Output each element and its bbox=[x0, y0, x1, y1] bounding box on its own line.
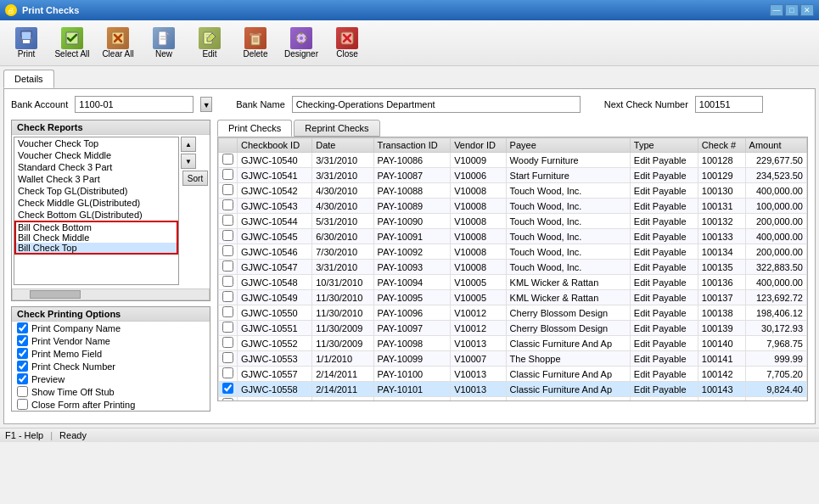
row-checkbox[interactable] bbox=[222, 245, 233, 256]
next-check-input[interactable] bbox=[695, 96, 763, 113]
row-amount: 123,692.72 bbox=[745, 290, 806, 305]
print-checks-tab[interactable]: Print Checks bbox=[217, 120, 292, 137]
close-button[interactable]: ✕ bbox=[800, 4, 814, 16]
bank-account-input[interactable] bbox=[75, 96, 194, 113]
table-row[interactable]: GJWC-105467/30/2010PAY-10092V10008Touch … bbox=[219, 244, 807, 260]
check-list-item[interactable]: Bill Check Middle bbox=[14, 232, 178, 243]
row-checkbox-cell[interactable] bbox=[219, 153, 238, 168]
scroll-down-button[interactable]: ▼ bbox=[181, 154, 196, 169]
row-checkbox[interactable] bbox=[222, 154, 233, 165]
row-checkbox-cell[interactable] bbox=[219, 199, 238, 214]
close-toolbar-button[interactable]: Close bbox=[326, 24, 368, 62]
select-all-button[interactable]: Select All bbox=[51, 24, 93, 62]
table-row[interactable]: GJWC-1055011/30/2010PAY-10096V10012Cherr… bbox=[219, 305, 807, 321]
row-checkbox[interactable] bbox=[222, 199, 233, 210]
print-button[interactable]: Print bbox=[5, 24, 48, 62]
minimize-button[interactable]: — bbox=[770, 4, 783, 16]
check-list-item[interactable]: Wallet Check 3 Part bbox=[14, 173, 178, 185]
table-row[interactable]: GJWC-1055111/30/2009PAY-10097V10012Cherr… bbox=[219, 321, 807, 336]
row-checkbox-cell[interactable] bbox=[219, 244, 238, 260]
table-row[interactable]: GJWC-1054810/31/2010PAY-10094V10005KML W… bbox=[219, 275, 807, 290]
option-checkbox[interactable] bbox=[17, 335, 28, 346]
row-checkbox[interactable] bbox=[222, 337, 233, 348]
scroll-up-button[interactable]: ▲ bbox=[181, 137, 196, 152]
table-row[interactable]: GJWC-105424/30/2010PAY-10088V10008Touch … bbox=[219, 183, 807, 199]
row-checkbox-cell[interactable] bbox=[219, 397, 238, 401]
table-row[interactable]: GJWC-1055211/30/2009PAY-10098V10013Class… bbox=[219, 336, 807, 351]
check-list-item[interactable]: Check Middle GL(Distributed) bbox=[14, 197, 178, 209]
option-checkbox[interactable] bbox=[17, 386, 28, 397]
row-checkbox-cell[interactable] bbox=[219, 321, 238, 336]
delete-button[interactable]: Delete bbox=[234, 24, 277, 62]
row-checkbox-cell[interactable] bbox=[219, 275, 238, 290]
new-button[interactable]: New bbox=[143, 24, 185, 62]
row-checkbox-cell[interactable] bbox=[219, 214, 238, 229]
scroll-sort-controls: ▲ ▼ Sort bbox=[181, 137, 208, 285]
table-row[interactable]: GJWC-1054911/30/2010PAY-10095V10005KML W… bbox=[219, 290, 807, 305]
option-checkbox[interactable] bbox=[17, 399, 28, 410]
check-list[interactable]: Voucher Check TopVoucher Check MiddleSta… bbox=[14, 137, 179, 285]
row-checkbox-cell[interactable] bbox=[219, 382, 238, 397]
row-checkbox[interactable] bbox=[222, 306, 233, 317]
reprint-checks-tab[interactable]: Reprint Checks bbox=[294, 120, 379, 137]
table-row[interactable]: GJWC-105473/31/2010PAY-10093V10008Touch … bbox=[219, 260, 807, 275]
row-checkbox[interactable] bbox=[222, 215, 233, 226]
option-checkbox[interactable] bbox=[17, 348, 28, 359]
option-checkbox[interactable] bbox=[17, 373, 28, 384]
check-list-item[interactable]: Bill Check Bottom bbox=[14, 221, 178, 232]
row-checkbox-cell[interactable] bbox=[219, 367, 238, 382]
table-row[interactable]: GJWC-105403/31/2010PAY-10086V10009Woody … bbox=[219, 153, 807, 168]
check-list-item[interactable]: Check Top GL(Distributed) bbox=[14, 185, 178, 197]
row-checkbox-cell[interactable] bbox=[219, 260, 238, 275]
table-row[interactable]: GJWC-105582/14/2011PAY-10101V10013Classi… bbox=[219, 382, 807, 397]
horizontal-scrollbar[interactable] bbox=[12, 288, 210, 300]
row-type: Edit Payable bbox=[630, 290, 698, 305]
row-checkbook-id: GJWC-10544 bbox=[238, 214, 312, 229]
sort-button[interactable]: Sort bbox=[182, 171, 208, 186]
check-list-item[interactable]: Voucher Check Top bbox=[14, 137, 178, 149]
help-text[interactable]: F1 - Help bbox=[5, 430, 43, 440]
option-checkbox[interactable] bbox=[17, 322, 28, 333]
row-checkbox[interactable] bbox=[222, 367, 233, 378]
row-type: Edit Payable bbox=[630, 168, 698, 183]
row-checkbox-cell[interactable] bbox=[219, 229, 238, 244]
details-tab[interactable]: Details bbox=[3, 70, 54, 88]
row-checkbox[interactable] bbox=[222, 184, 233, 195]
table-row[interactable]: GJWC-105531/1/2010PAY-10099V10007The Sho… bbox=[219, 351, 807, 367]
row-checkbox[interactable] bbox=[222, 230, 233, 241]
row-checkbox-cell[interactable] bbox=[219, 351, 238, 367]
row-checkbox[interactable] bbox=[222, 383, 233, 394]
option-checkbox[interactable] bbox=[17, 361, 28, 372]
row-checkbox-cell[interactable] bbox=[219, 183, 238, 199]
table-row[interactable]: GJWC-105413/31/2010PAY-10087V10006Start … bbox=[219, 168, 807, 183]
check-list-item[interactable]: Standard Check 3 Part bbox=[14, 161, 178, 173]
row-checkbox-cell[interactable] bbox=[219, 305, 238, 321]
table-row[interactable]: GJWC-105456/30/2010PAY-10091V10008Touch … bbox=[219, 229, 807, 244]
row-trans-id: PAY-10095 bbox=[373, 290, 451, 305]
row-checkbox[interactable] bbox=[222, 322, 233, 333]
designer-button[interactable]: Designer bbox=[280, 24, 323, 62]
bank-name-input[interactable] bbox=[292, 96, 581, 113]
table-row[interactable]: GJWC-105445/31/2010PAY-10090V10008Touch … bbox=[219, 214, 807, 229]
row-checkbox[interactable] bbox=[222, 169, 233, 180]
row-checkbox[interactable] bbox=[222, 352, 233, 363]
table-scroll[interactable]: Checkbook ID Date Transaction ID Vendor … bbox=[218, 137, 807, 400]
clear-all-button[interactable]: Clear All bbox=[97, 24, 139, 62]
row-checkbox-cell[interactable] bbox=[219, 168, 238, 183]
table-row[interactable]: GJWC-1055912/20/2010PAY-10102V10012Cherr… bbox=[219, 397, 807, 401]
row-checkbox[interactable] bbox=[222, 291, 233, 302]
table-row[interactable]: GJWC-105434/30/2010PAY-10089V10008Touch … bbox=[219, 199, 807, 214]
row-checkbox[interactable] bbox=[222, 260, 233, 272]
row-checkbox-cell[interactable] bbox=[219, 290, 238, 305]
check-list-item[interactable]: Voucher Check Middle bbox=[14, 149, 178, 161]
window-controls[interactable]: — □ ✕ bbox=[770, 4, 814, 16]
maximize-button[interactable]: □ bbox=[785, 4, 799, 16]
edit-button[interactable]: Edit bbox=[188, 24, 231, 62]
table-row[interactable]: GJWC-105572/14/2011PAY-10100V10013Classi… bbox=[219, 367, 807, 382]
bank-account-dropdown[interactable]: ▼ bbox=[200, 97, 212, 112]
row-checkbox[interactable] bbox=[222, 398, 233, 400]
check-list-item[interactable]: Bill Check Top bbox=[14, 243, 178, 255]
check-list-item[interactable]: Check Bottom GL(Distributed) bbox=[14, 209, 178, 221]
row-checkbox-cell[interactable] bbox=[219, 336, 238, 351]
row-checkbox[interactable] bbox=[222, 276, 233, 287]
